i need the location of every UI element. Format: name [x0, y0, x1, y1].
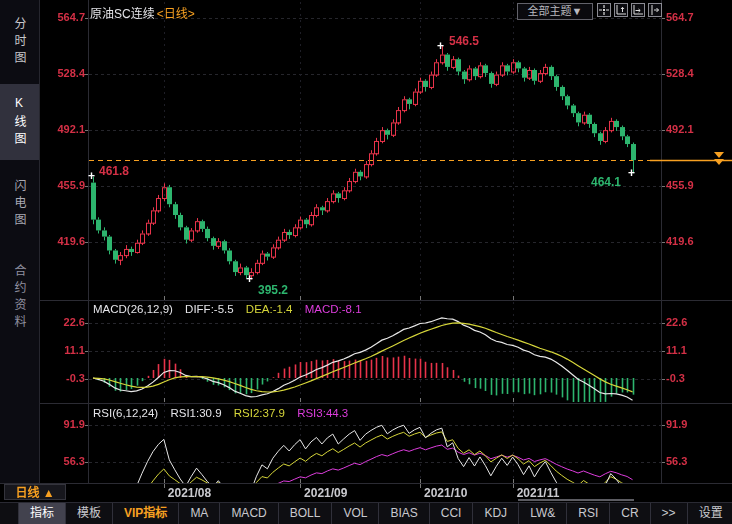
axis-tick-label: 528.4: [666, 67, 694, 79]
axis-tick-label: 22.6: [666, 316, 687, 328]
sidebar-item-timeshare[interactable]: 分时图: [0, 4, 39, 80]
axis-tick-label: 11.1: [666, 344, 687, 356]
axis-tick-label: 564.7: [666, 11, 694, 23]
axis-tick-label: 56.3: [666, 455, 687, 467]
axis-tick-label: 91.9: [38, 418, 85, 430]
chart-canvas[interactable]: [0, 0, 732, 524]
crosshair-icon: [598, 4, 610, 16]
axis-tick-label: 419.6: [666, 235, 694, 247]
marker-cross: +: [88, 170, 95, 182]
axis-zoom-up-button[interactable]: [614, 3, 628, 17]
sidebar: 分时图 K线图 闪电图 合约资料: [0, 0, 40, 483]
indicator-toolbar: 指标模板VIP指标MAMACDBOLLVOLBIASCCIKDJLW&RSICR…: [0, 502, 732, 524]
annotation-last-low: 464.1: [591, 175, 621, 189]
theme-dropdown[interactable]: 全部主题▼: [517, 3, 593, 20]
chart-title: 原油SC连续<日线>: [90, 4, 195, 21]
triangle-up-icon: ▲: [43, 486, 55, 500]
axis-zoom-up-icon: [615, 4, 627, 16]
toolbar-tab-7[interactable]: BIAS: [379, 503, 429, 524]
marker-cross: +: [246, 273, 253, 285]
period-label: 日线: [15, 486, 39, 500]
sidebar-item-label: 闪电图: [11, 179, 28, 230]
axis-tick-label: 22.6: [38, 316, 85, 328]
rsi1-value: RSI1:30.9: [170, 407, 221, 419]
sidebar-item-kline[interactable]: K线图: [0, 84, 39, 160]
x-axis-month-label: 2021/09: [304, 486, 347, 500]
axis-tick-label: -0.3: [38, 372, 85, 384]
chart-tool-buttons: [597, 3, 662, 17]
macd-dea-value: DEA:-1.4: [246, 303, 293, 315]
shift-right-button[interactable]: [648, 3, 662, 17]
sidebar-item-label: 分时图: [11, 17, 28, 68]
x-axis-month-label: 2021/11: [517, 486, 560, 500]
axis-tick-label: 56.3: [38, 455, 85, 467]
marker-cross: +: [437, 40, 444, 52]
toolbar-tab-8[interactable]: CCI: [430, 503, 474, 524]
macd-macd-value: MACD:-8.1: [305, 303, 362, 315]
toolbar-tab-0[interactable]: 指标: [18, 503, 66, 524]
go-to-latest-marker[interactable]: [714, 152, 724, 166]
toolbar-tab-14[interactable]: 设置: [688, 503, 732, 524]
rsi-header: RSI(6,12,24) RSI1:30.9 RSI2:37.9 RSI3:44…: [93, 407, 348, 419]
period-selector-button[interactable]: 日线 ▲: [4, 484, 66, 500]
annotation-low: 395.2: [258, 283, 288, 297]
macd-title: MACD(26,12,9): [93, 303, 173, 315]
crosshair-tool-button[interactable]: [597, 3, 611, 17]
shift-right-icon: [649, 4, 661, 16]
axis-zoom-right-icon: [632, 4, 644, 16]
macd-diff-value: DIFF:-5.5: [185, 303, 234, 315]
rsi3-value: RSI3:44.3: [297, 407, 348, 419]
axis-tick-label: 492.1: [38, 123, 85, 135]
axis-tick-label: 419.6: [38, 235, 85, 247]
toolbar-tab-9[interactable]: KDJ: [473, 503, 519, 524]
toolbar-tab-5[interactable]: BOLL: [279, 503, 333, 524]
axis-tick-label: 455.9: [666, 179, 694, 191]
axis-zoom-right-button[interactable]: [631, 3, 645, 17]
x-axis-month-label: 2021/10: [424, 486, 467, 500]
marker-cross: +: [628, 167, 635, 179]
sidebar-item-label: K线图: [11, 96, 28, 149]
toolbar-tab-2[interactable]: VIP指标: [113, 503, 179, 524]
rsi2-value: RSI2:37.9: [234, 407, 285, 419]
toolbar-tab-11[interactable]: RSI: [567, 503, 610, 524]
x-axis-month-label: 2021/08: [168, 486, 211, 500]
sidebar-item-label: 合约资料: [11, 264, 28, 332]
axis-tick-label: 11.1: [38, 344, 85, 356]
sidebar-item-flash[interactable]: 闪电图: [0, 166, 39, 242]
rsi-title: RSI(6,12,24): [93, 407, 158, 419]
toolbar-tab-13[interactable]: >>: [651, 503, 688, 524]
instrument-name: 原油SC连续: [90, 7, 155, 21]
trading-app: 分时图 K线图 闪电图 合约资料 原油SC连续<日线> 全部主题▼ 564.75…: [0, 0, 732, 524]
axis-tick-label: -0.3: [666, 372, 685, 384]
toolbar-tab-3[interactable]: MA: [179, 503, 220, 524]
annotation-first-high: 461.8: [99, 164, 129, 178]
period-tag: <日线>: [157, 7, 195, 21]
toolbar-tab-12[interactable]: CR: [610, 503, 650, 524]
axis-tick-label: 91.9: [666, 418, 687, 430]
annotation-peak-high: 546.5: [449, 34, 479, 48]
axis-tick-label: 528.4: [38, 67, 85, 79]
toolbar-tab-4[interactable]: MACD: [220, 503, 278, 524]
sidebar-item-contract-info[interactable]: 合约资料: [0, 248, 39, 348]
toolbar-tab-6[interactable]: VOL: [332, 503, 379, 524]
macd-header: MACD(26,12,9) DIFF:-5.5 DEA:-1.4 MACD:-8…: [93, 303, 362, 315]
toolbar-tab-10[interactable]: LW&: [519, 503, 567, 524]
axis-tick-label: 564.7: [38, 11, 85, 23]
toolbar-tab-1[interactable]: 模板: [66, 503, 113, 524]
xaxis-row: 日线 ▲ 2021/082021/092021/102021/11: [0, 483, 732, 502]
axis-tick-label: 455.9: [38, 179, 85, 191]
axis-tick-label: 492.1: [666, 123, 694, 135]
